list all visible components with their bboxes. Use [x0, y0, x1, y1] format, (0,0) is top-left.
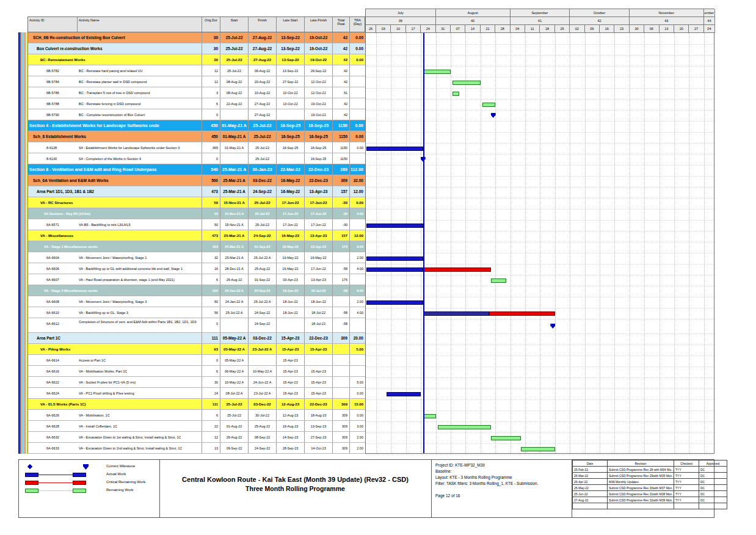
finish-date: 24-Sep-22 [249, 443, 277, 453]
tra-days: 20.00 [350, 333, 365, 343]
table-row-group[interactable]: SCH_6B Re-construction of Existing Box C… [27, 32, 365, 43]
orig-dur: 32 [202, 252, 220, 263]
table-row-group[interactable]: Sch_8 Establishment Works45001-May-21 A2… [27, 131, 365, 142]
column-header-orig-dur[interactable]: Orig Dur [202, 17, 220, 32]
finish-date: 03-Dec-22 [249, 399, 277, 409]
week-label: 23 [614, 25, 629, 33]
gantt-row-separator [366, 242, 714, 242]
column-header-activity-id[interactable]: Activity ID [28, 17, 78, 32]
table-row-6A-6606[interactable]: 6A-6606VA - Backfilling up to GL with ad… [27, 263, 365, 274]
column-header-tra-day-[interactable]: TRA (Day) [350, 17, 366, 32]
column-header-activity-name[interactable]: Activity Name [78, 17, 202, 32]
activity-id: 8-6128 [28, 142, 78, 153]
column-header-late-finish[interactable]: Late Finish [305, 17, 333, 32]
table-row-8-6128[interactable]: 8-6128S4 - Establishment Works for Lands… [27, 142, 365, 153]
table-row-group[interactable]: VA - Miscellaneous47325-Mar-21 A24-Sep-2… [27, 230, 365, 241]
table-row-6A-6628[interactable]: 6A-6628VA - Install Cofferdam, 1C2201-Au… [27, 421, 365, 432]
table-row-group[interactable]: Section 4 - Establishment Works for Land… [27, 120, 365, 131]
activity-id: 6A-6606 [28, 263, 78, 274]
start-date: 25-Jul-22 [220, 65, 249, 76]
finish-date: 23-Jul-22 A [249, 388, 277, 398]
actual-bar-8-6128[interactable] [366, 147, 423, 151]
table-row-group[interactable]: VA - ELS Works (Parts 1C)11125-Jul-2203-… [27, 399, 365, 410]
table-row-group[interactable]: Sch_6A Ventilation and E&M Adit Works500… [27, 175, 365, 186]
table-row-6B-5786[interactable]: 6B-5786BC - Transplant 5 nos of tree in … [27, 87, 365, 98]
late-finish-date: 19-Oct-22 [305, 54, 333, 65]
actual2-bar-6A-6610[interactable] [423, 311, 489, 316]
activity-name: VA - Socket H-piles for PC1-VA (5 nrs) [78, 377, 202, 387]
gantt-row-separator [366, 176, 714, 177]
critical-bar-6A-6610[interactable] [489, 311, 555, 316]
table-row-group[interactable]: Area Part 1D1, 1D3, 1B1 & 1B247325-Mar-2… [27, 186, 365, 197]
activity-name: VA-B5 - Backfilling to strk L3/L4/L5 [78, 219, 202, 230]
table-row-6A-6622[interactable]: 6A-6622VA - Socket H-piles for PC1-VA (5… [27, 377, 365, 388]
table-row-6A-6633[interactable]: 6A-6633VA - Excavation Down to 2nd walin… [27, 443, 365, 454]
group-name: Section 8 - Ventilation and E&M adit and… [28, 164, 202, 175]
start-date: 01-Aug-22 [220, 421, 249, 431]
remaining-bar-6B-5782[interactable] [423, 70, 451, 74]
finish-date: 25-Jul-22 A [249, 296, 277, 307]
table-row-6A-6607[interactable]: 6A-6607VA - Haul Road preparation & dive… [27, 274, 365, 285]
table-row-6A-6624[interactable]: 6A-6624VA - PC1 Proof drilling & Piles t… [27, 388, 365, 399]
remaining-bar-6B-5784[interactable] [453, 81, 480, 85]
table-row-6A-6604[interactable]: 6A-6604VA - Movement Joint / Waterproofi… [27, 252, 365, 263]
start-date: 24-Jan-22 A [220, 296, 249, 307]
late-start-date: 17-Jun-22 [277, 219, 305, 230]
total-float: 157 [333, 230, 350, 241]
critical-bar-6A-6606[interactable] [423, 268, 492, 272]
orig-dur: 3 [202, 87, 220, 98]
table-row-6A-6626[interactable]: 6A-6626VA - Mobilisation, 1C625-Jul-2230… [27, 410, 365, 421]
milestone-flag-icon [83, 464, 89, 470]
late-finish-date: 22-Dec-23 [305, 164, 333, 175]
column-header-start[interactable]: Start [220, 17, 249, 32]
table-row-group[interactable]: VA Sections - Bay B5 (14.5m)5015-Nov-21 … [27, 208, 365, 219]
column-header-late-start[interactable]: Late Start [277, 17, 305, 32]
table-row-6A-6608[interactable]: 6A-6608VA - Movement Joint / Waterproofi… [27, 296, 365, 307]
table-row-6A-6614[interactable]: 6A-6614Access to Part 1C005-May-22 A15-A… [27, 355, 365, 366]
column-header-finish[interactable]: Finish [249, 17, 277, 32]
table-row-group[interactable]: Area Part 1C11105-May-22 A03-Dec-2215-Ap… [27, 333, 365, 344]
activity-name: VA - Movement Joint / Waterproofing, Sta… [78, 252, 202, 263]
late-start-date: 16-May-22 [277, 252, 305, 263]
remaining-bar-6B-5788[interactable] [482, 103, 495, 107]
remaining-bar-6A-6607[interactable] [491, 278, 506, 283]
table-row-6A-6610[interactable]: 6A-6610VA - Backfilling up to GL, Stage … [27, 307, 365, 318]
week-gridline [555, 33, 556, 453]
month-band-october: October [570, 9, 630, 17]
table-row-6A-6571[interactable]: 6A-6571VA-B5 - Backfilling to strk L3/L4… [27, 219, 365, 230]
table-row-6A-6632[interactable]: 6A-6632VA - Excavation Down to 1st walin… [27, 432, 365, 443]
orig-dur: 6 [202, 410, 220, 420]
table-row-6B-5788[interactable]: 6B-5788BC - Reinstate fencing in DSD com… [27, 98, 365, 109]
table-row-group[interactable]: VA - Stage 1 Miscellaneous works42325-Ma… [27, 241, 365, 252]
actual-bar-6A-6606[interactable] [366, 268, 423, 272]
table-row-group[interactable]: Box Culvert re-construction Works3025-Ju… [27, 43, 365, 54]
actual-bar-6A-6604[interactable] [366, 257, 423, 261]
start-date: 01-May-21 A [220, 120, 249, 131]
remaining-bar-6B-5786[interactable] [453, 92, 459, 96]
table-row-group[interactable]: VA - Stage 3 Miscellaneous works22624-Ja… [27, 285, 365, 296]
remaining-bar-6A-6633[interactable] [521, 447, 555, 451]
table-row-group[interactable]: BC- Reinstatement Works3025-Jul-2227-Aug… [27, 54, 365, 65]
table-row-6B-5784[interactable]: 6B-5784BC - Reinstate planter wall in DS… [27, 76, 365, 87]
month-number-band: 43 [630, 17, 704, 25]
remaining-bar-6A-6628[interactable] [438, 425, 491, 429]
table-row-8-6130[interactable]: 8-6130S4 - Completion of the Works in Se… [27, 153, 365, 164]
orig-dur: 423 [202, 241, 220, 252]
actual-bar-6A-6571[interactable] [366, 224, 423, 228]
table-row-6B-5790[interactable]: 6B-5790BC - Complete reconstruction of B… [27, 109, 365, 120]
column-header-total-float[interactable]: Total Float [333, 17, 350, 32]
week-gridline [481, 33, 481, 453]
actual-bar-6A-6608[interactable] [366, 300, 423, 305]
table-row-6A-6616[interactable]: 6A-6616VA - Mobilisation Works, Part 1C6… [27, 366, 365, 377]
orig-dur: 50 [202, 219, 220, 230]
actual-bar-6A-6624[interactable] [387, 392, 421, 396]
table-row-6A-6612[interactable]: 6A-6612Completion of Structure of vent. … [27, 318, 365, 333]
table-row-group[interactable]: Section 8 - Ventilation and E&M adit and… [27, 164, 365, 175]
table-row-group[interactable]: VA - Piling Works9305-May-22 A23-Jul-22 … [27, 344, 365, 355]
late-finish-date: 19-Oct-22 [305, 32, 333, 43]
table-row-group[interactable]: VA - RC Structures5015-Nov-21 A25-Jul-22… [27, 197, 365, 208]
remaining-bar-6A-6632[interactable] [491, 436, 521, 440]
table-row-6B-5782[interactable]: 6B-5782BC - Reinstate hard paving and re… [27, 65, 365, 76]
revision-col-approved: Approved [699, 460, 727, 467]
remaining-bar-6A-6626[interactable] [423, 414, 436, 418]
